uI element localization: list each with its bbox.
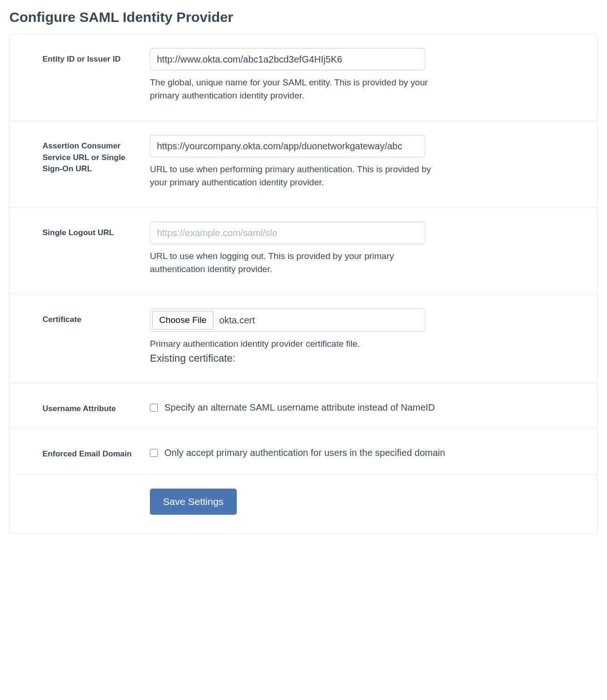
username-attribute-checkbox[interactable]: [150, 404, 158, 412]
help-certificate: Primary authentication identity provider…: [150, 337, 449, 350]
page-title: Configure SAML Identity Provider: [9, 9, 598, 25]
acs-url-input[interactable]: [150, 135, 425, 157]
choose-file-button[interactable]: Choose File: [152, 311, 213, 329]
certificate-file-name: okta.cert: [219, 315, 255, 326]
row-enforced-domain: Enforced Email Domain Only accept primar…: [10, 429, 597, 475]
label-username-attribute: Username Attribute: [42, 404, 116, 413]
save-settings-button[interactable]: Save Settings: [150, 489, 237, 515]
certificate-file-control[interactable]: Choose File okta.cert: [150, 308, 425, 332]
label-slo-url: Single Logout URL: [42, 228, 114, 237]
saml-config-panel: Entity ID or Issuer ID The global, uniqu…: [9, 34, 598, 534]
row-certificate: Certificate Choose File okta.cert Primar…: [10, 294, 597, 384]
row-username-attribute: Username Attribute Specify an alternate …: [10, 384, 597, 429]
enforced-domain-checkbox-label: Only accept primary authentication for u…: [164, 448, 445, 458]
slo-url-input[interactable]: [150, 222, 425, 244]
enforced-domain-checkbox[interactable]: [150, 449, 158, 457]
row-slo-url: Single Logout URL URL to use when loggin…: [10, 208, 597, 294]
label-enforced-domain: Enforced Email Domain: [42, 449, 132, 458]
username-attribute-checkbox-label: Specify an alternate SAML username attri…: [164, 402, 435, 413]
row-entity-id: Entity ID or Issuer ID The global, uniqu…: [10, 34, 597, 121]
existing-certificate-label: Existing certificate:: [150, 352, 565, 364]
row-actions: Save Settings: [10, 475, 597, 533]
help-acs-url: URL to use when performing primary authe…: [150, 163, 449, 189]
row-acs-url: Assertion Consumer Service URL or Single…: [10, 121, 597, 208]
label-entity-id: Entity ID or Issuer ID: [42, 55, 120, 63]
help-slo-url: URL to use when logging out. This is pro…: [150, 250, 449, 275]
help-entity-id: The global, unique name for your SAML en…: [150, 76, 449, 102]
label-acs-url: Assertion Consumer Service URL or Single…: [42, 141, 125, 173]
entity-id-input[interactable]: [150, 48, 425, 70]
label-certificate: Certificate: [42, 315, 81, 324]
